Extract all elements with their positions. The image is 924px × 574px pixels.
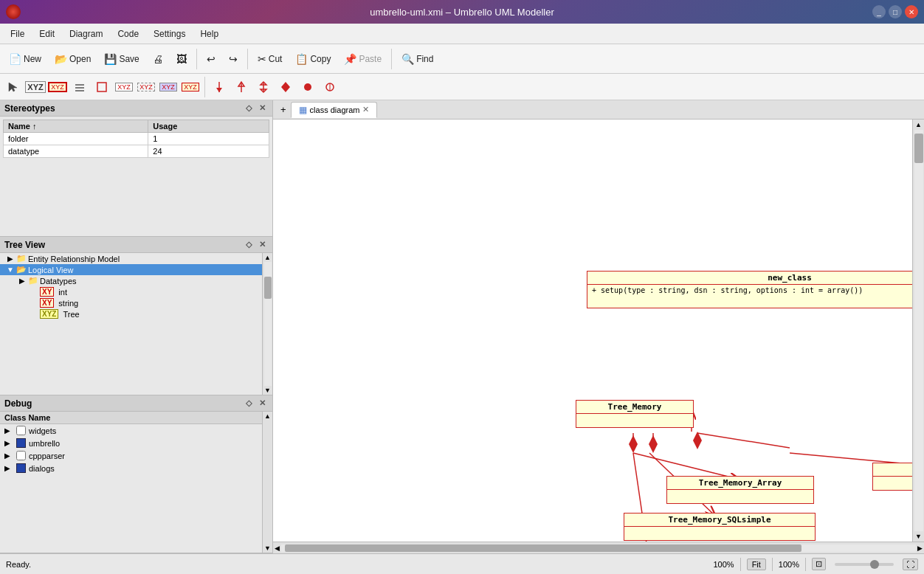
- tree-item-string[interactable]: XY string: [0, 297, 262, 308]
- tree-item-entity-relationship[interactable]: ▶ 📁 Entity Relationship Model: [0, 253, 262, 264]
- debug-scrollbar[interactable]: ▲ ▼: [262, 412, 272, 553]
- vscroll-down-btn[interactable]: ▼: [914, 531, 923, 542]
- fit-button[interactable]: Fit: [747, 559, 766, 570]
- text-tool[interactable]: XYZ: [25, 77, 46, 97]
- debug-item-umbrello[interactable]: ▶ umbrello: [0, 437, 262, 449]
- hscroll-track: [281, 544, 916, 552]
- minimize-button[interactable]: _: [872, 5, 886, 18]
- vscroll-up-btn[interactable]: ▲: [914, 120, 923, 130]
- uml-class-tree-memory[interactable]: Tree_Memory: [576, 400, 694, 428]
- debug-item-dialogs[interactable]: ▶ dialogs: [0, 462, 262, 474]
- scroll-up-btn[interactable]: ▲: [263, 253, 272, 262]
- diagram-hscrollbar[interactable]: ◀ ▶: [273, 542, 924, 553]
- table-row[interactable]: datatype 24: [4, 145, 269, 158]
- drawing-toolbar: XYZ XYZ XYZ XYZ XYZ XYZ: [0, 74, 924, 100]
- scroll-down-btn[interactable]: ▼: [263, 386, 272, 395]
- menu-help[interactable]: Help: [193, 26, 226, 42]
- diagram-tab-close[interactable]: ✕: [362, 105, 369, 114]
- hscroll-thumb[interactable]: [285, 544, 801, 552]
- diagram-canvas[interactable]: new_class + setup(type : string, dsn : s…: [273, 120, 912, 542]
- diamond-tool[interactable]: [275, 77, 296, 97]
- class-tool[interactable]: XYZ: [47, 77, 68, 97]
- close-button[interactable]: ✕: [905, 5, 918, 18]
- stereotypes-close-icon[interactable]: ✕: [257, 103, 268, 114]
- fullscreen-button[interactable]: ⛶: [903, 559, 918, 570]
- text3-tool[interactable]: XYZ: [136, 77, 156, 97]
- stereotypes-pin-icon[interactable]: ◇: [244, 103, 254, 114]
- uml-class-new-class[interactable]: new_class + setup(type : string, dsn : s…: [587, 271, 912, 308]
- treeview-scroll[interactable]: ▶ 📁 Entity Relationship Model ▼ 📂 Logica…: [0, 253, 262, 395]
- col-usage[interactable]: Usage: [148, 120, 269, 133]
- new-button[interactable]: 📄 New: [3, 50, 47, 68]
- zoom-thumb[interactable]: [870, 560, 879, 569]
- uml-class-tree-memory-sqlsimple[interactable]: Tree_Memory_SQLsimple: [624, 513, 816, 541]
- menu-diagram[interactable]: Diagram: [62, 26, 110, 42]
- treeview-scrollbar[interactable]: ▲ ▼: [262, 253, 272, 395]
- menu-file[interactable]: File: [3, 26, 32, 42]
- table-row[interactable]: folder 1: [4, 133, 269, 145]
- expander-icon[interactable]: ▶: [18, 277, 27, 285]
- treeview-close-icon[interactable]: ✕: [257, 239, 268, 250]
- debug-checkbox-widgets[interactable]: [16, 426, 26, 435]
- diagram-vscrollbar[interactable]: ▲ ▼: [912, 120, 924, 542]
- print-button[interactable]: 🖨: [147, 50, 169, 68]
- vscroll-thumb[interactable]: [914, 134, 923, 163]
- undo-button[interactable]: ↩: [201, 50, 221, 68]
- scroll-thumb[interactable]: [264, 277, 272, 299]
- tree-item-logical-view[interactable]: ▼ 📂 Logical View: [0, 264, 262, 275]
- debug-item-cppparser[interactable]: ▶ cppparser: [0, 449, 262, 462]
- text5-tool[interactable]: XYZ: [180, 77, 201, 97]
- tree-item-int[interactable]: XY int: [0, 286, 262, 297]
- zoom-slider[interactable]: [835, 563, 894, 566]
- copy-button[interactable]: 📋 Copy: [289, 50, 337, 68]
- expander-icon[interactable]: ▶: [4, 452, 13, 460]
- screenshot-button[interactable]: 🖼: [170, 50, 193, 68]
- menu-code[interactable]: Code: [110, 26, 146, 42]
- select-tool[interactable]: [3, 77, 24, 97]
- maximize-button[interactable]: □: [889, 5, 902, 18]
- uml-class-tree-memory-array[interactable]: Tree_Memory_Array: [666, 476, 814, 504]
- debug-close-icon[interactable]: ✕: [257, 398, 268, 409]
- expander-icon[interactable]: ▶: [4, 426, 13, 435]
- folder-icon: 📂: [16, 265, 27, 274]
- menu-edit[interactable]: Edit: [32, 26, 62, 42]
- hscroll-left-btn[interactable]: ◀: [273, 543, 281, 553]
- debug-item-widgets[interactable]: ▶ widgets: [0, 424, 262, 437]
- menu-settings[interactable]: Settings: [146, 26, 193, 42]
- text2-tool[interactable]: XYZ: [114, 77, 134, 97]
- debug-scroll-down[interactable]: ▼: [263, 544, 272, 553]
- debug-scroll-up[interactable]: ▲: [263, 412, 272, 421]
- cut-button[interactable]: ✂ Cut: [252, 50, 289, 68]
- expander-icon[interactable]: ▶: [4, 439, 13, 447]
- treeview-pin-icon[interactable]: ◇: [244, 239, 254, 250]
- debug-pin-icon[interactable]: ◇: [244, 398, 254, 409]
- target-tool[interactable]: [320, 77, 340, 97]
- hscroll-right-btn[interactable]: ▶: [916, 543, 924, 553]
- stereotypes-title: Stereotypes: [4, 103, 241, 114]
- open-button[interactable]: 📂 Open: [49, 50, 97, 68]
- rect-tool[interactable]: [92, 77, 112, 97]
- uml-class-tree-memory-sqlnested[interactable]: Tree_Memory_SQLnested: [872, 463, 912, 491]
- circle-tool[interactable]: [297, 77, 318, 97]
- debug-checkbox-dialogs[interactable]: [16, 463, 26, 473]
- debug-checkbox-cppparser[interactable]: [16, 451, 26, 460]
- arrow-up-tool[interactable]: [231, 77, 252, 97]
- find-button[interactable]: 🔍 Find: [396, 50, 439, 68]
- arrow-updown-tool[interactable]: [253, 77, 274, 97]
- expander-icon[interactable]: ▶: [4, 464, 13, 472]
- arrow-down-tool[interactable]: [209, 77, 230, 97]
- debug-checkbox-umbrello[interactable]: [16, 438, 26, 448]
- text4-tool[interactable]: XYZ: [158, 77, 179, 97]
- col-name[interactable]: Name: [4, 120, 148, 133]
- align-tool[interactable]: [69, 77, 90, 97]
- tree-item-tree[interactable]: XYZ Tree: [0, 308, 262, 319]
- fit-to-window-button[interactable]: ⊡: [812, 558, 826, 570]
- class-diagram-tab[interactable]: ▦ class diagram ✕: [291, 102, 378, 118]
- save-button[interactable]: 💾 Save: [98, 50, 145, 68]
- redo-button[interactable]: ↪: [223, 50, 244, 68]
- paste-button[interactable]: 📌 Paste: [338, 50, 387, 68]
- expander-icon[interactable]: ▶: [6, 255, 15, 263]
- tree-item-datatypes[interactable]: ▶ 📁 Datatypes: [0, 275, 262, 286]
- expander-icon[interactable]: ▼: [6, 266, 15, 274]
- new-diagram-button[interactable]: +: [276, 103, 291, 117]
